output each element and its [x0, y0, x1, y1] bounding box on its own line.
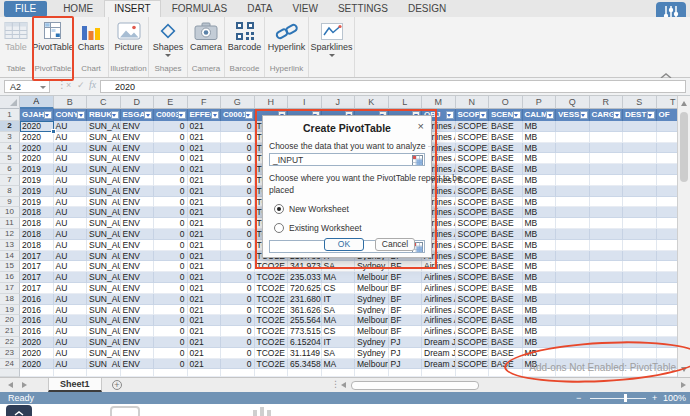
cell[interactable]: ENV [121, 337, 155, 348]
cell[interactable] [623, 326, 657, 337]
cell[interactable]: IT [322, 337, 356, 348]
cell[interactable] [221, 369, 255, 377]
cell[interactable]: 0 [154, 261, 188, 272]
cell[interactable]: 773.515 [288, 326, 322, 337]
cell[interactable] [657, 143, 678, 154]
cell[interactable]: SUN_AU [87, 207, 121, 218]
cell[interactable] [623, 207, 657, 218]
cell[interactable]: 0 [154, 207, 188, 218]
cell[interactable]: 021 [188, 164, 222, 175]
row-number[interactable]: 18 [0, 294, 20, 305]
cell[interactable]: CS [322, 326, 356, 337]
cell[interactable]: 0 [221, 186, 255, 197]
cell[interactable]: BASE [489, 164, 523, 175]
cell[interactable] [657, 294, 678, 305]
cell[interactable]: SUN_AU [87, 197, 121, 208]
cell[interactable] [590, 240, 624, 251]
cell[interactable]: MB [523, 261, 557, 272]
cell[interactable]: 2018 [20, 240, 54, 251]
row-number[interactable]: 15 [0, 261, 20, 272]
cell[interactable]: 021 [188, 121, 222, 132]
cell[interactable]: ENV [121, 326, 155, 337]
cell[interactable]: MB [523, 315, 557, 326]
cell[interactable]: TCO2E [255, 326, 289, 337]
cell[interactable]: BASE [489, 186, 523, 197]
cell[interactable]: 0 [221, 164, 255, 175]
cell[interactable] [623, 186, 657, 197]
cell[interactable]: BASE [489, 229, 523, 240]
cell[interactable]: BF [389, 294, 423, 305]
cell[interactable]: 2016 [20, 294, 54, 305]
cell[interactable]: AU [54, 348, 88, 359]
column-header-t[interactable]: T [657, 96, 678, 109]
next-sheet-icon[interactable] [22, 382, 27, 388]
cell[interactable] [556, 294, 590, 305]
cell[interactable]: MB [523, 207, 557, 218]
hscroll-right-icon[interactable] [681, 382, 686, 388]
cell[interactable]: BF [389, 305, 423, 316]
table-header-cell[interactable]: CALM [523, 109, 557, 121]
cell[interactable] [623, 272, 657, 283]
cell[interactable]: ENV [121, 143, 155, 154]
cell[interactable]: Sydney [355, 348, 389, 359]
cell[interactable] [657, 348, 678, 359]
existing-worksheet-option[interactable]: Existing Worksheet [274, 223, 425, 233]
cell[interactable]: Airlines A [422, 315, 456, 326]
cell[interactable]: 021 [188, 175, 222, 186]
cell[interactable] [657, 283, 678, 294]
cell[interactable]: AU [54, 294, 88, 305]
cell[interactable] [20, 369, 54, 377]
filter-dropdown-icon[interactable] [580, 111, 588, 119]
cell[interactable]: CS [322, 283, 356, 294]
cell[interactable] [556, 175, 590, 186]
cell[interactable]: 021 [188, 294, 222, 305]
row-number[interactable]: 5 [0, 153, 20, 164]
cell[interactable]: 0 [154, 132, 188, 143]
cell[interactable] [657, 261, 678, 272]
row-number[interactable]: 2 [0, 121, 20, 132]
cell[interactable]: AU [54, 240, 88, 251]
cell[interactable]: BASE [489, 240, 523, 251]
row-number[interactable]: 10 [0, 207, 20, 218]
cell[interactable]: 720.625 [288, 283, 322, 294]
column-header-b[interactable]: B [54, 96, 88, 109]
cell[interactable]: 31.1149 [288, 348, 322, 359]
row-number[interactable]: 20 [0, 315, 20, 326]
cell[interactable]: 0 [221, 272, 255, 283]
cell[interactable] [556, 240, 590, 251]
name-box[interactable]: A2 [4, 80, 50, 93]
cell[interactable]: SUN_AU [87, 283, 121, 294]
cell[interactable] [556, 348, 590, 359]
vertical-scrollbar[interactable] [677, 96, 690, 377]
cell[interactable]: TCO2E [255, 305, 289, 316]
radio-unselected-icon[interactable] [274, 223, 284, 233]
cell[interactable]: SUN_AU [87, 186, 121, 197]
cell[interactable]: 0 [221, 229, 255, 240]
horizontal-scroll-thumb[interactable] [351, 381, 479, 390]
cell[interactable] [556, 305, 590, 316]
cell[interactable]: BASE [489, 218, 523, 229]
cell[interactable] [657, 197, 678, 208]
cell[interactable]: 0 [154, 294, 188, 305]
cell[interactable] [355, 369, 389, 377]
cell[interactable]: BF [389, 272, 423, 283]
cell[interactable]: AU [54, 359, 88, 370]
cell[interactable]: TCO2E [255, 261, 289, 272]
cell[interactable]: SCOPE3 [456, 132, 490, 143]
cell[interactable]: Sydney [355, 337, 389, 348]
cell[interactable]: BASE [489, 207, 523, 218]
cell[interactable]: 021 [188, 132, 222, 143]
cell[interactable] [590, 326, 624, 337]
cell[interactable]: BASE [489, 132, 523, 143]
table-header-cell[interactable]: GJAH [20, 109, 54, 121]
cell[interactable]: BASE [489, 121, 523, 132]
cell[interactable]: SUN_AU [87, 315, 121, 326]
new-worksheet-option[interactable]: New Worksheet [274, 204, 425, 214]
cell[interactable]: 2019 [20, 175, 54, 186]
cell[interactable] [389, 369, 423, 377]
cell[interactable] [556, 186, 590, 197]
cell[interactable] [590, 175, 624, 186]
cell[interactable] [657, 164, 678, 175]
cell[interactable] [590, 272, 624, 283]
row-number[interactable]: 7 [0, 175, 20, 186]
